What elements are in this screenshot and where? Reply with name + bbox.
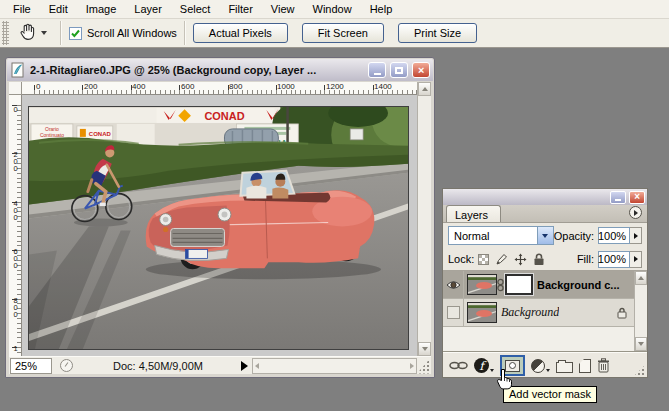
palette-minimize-button[interactable] [610,191,626,204]
menu-window[interactable]: Window [304,1,361,18]
lock-transparency-icon[interactable] [478,254,489,265]
link-layers-icon[interactable] [449,361,468,370]
visibility-empty-box[interactable] [447,306,460,319]
ruler-corner[interactable] [9,82,22,95]
tooltip-add-vector-mask: Add vector mask [503,386,597,403]
fill-slider-button[interactable] [630,251,642,268]
document-title: 2-1-Ritagliare0.JPG @ 25% (Background co… [30,64,364,76]
palette-resize-grip[interactable] [633,364,646,377]
vector-mask-thumbnail[interactable] [505,274,533,295]
blend-mode-select[interactable]: Normal [448,226,554,245]
minimize-button[interactable] [368,62,386,78]
opacity-slider-button[interactable] [630,227,642,244]
v-ruler-label: 200 [10,150,20,171]
horizontal-scrollbar[interactable] [252,358,417,374]
scroll-right-icon[interactable] [410,363,414,369]
menu-bar: File Edit Image Layer Select Filter View… [0,0,669,19]
zoom-level-field[interactable]: 25% [10,358,52,374]
scroll-all-windows-option[interactable]: Scroll All Windows [69,27,177,40]
photo-sign-conad-top: CONAD [204,110,244,122]
lock-label: Lock: [448,253,474,265]
tool-preset-arrow-icon[interactable] [41,31,47,35]
lock-all-padlock-icon[interactable] [533,253,545,266]
layers-scroll-down[interactable] [635,337,647,351]
visibility-cell[interactable] [443,299,464,326]
document-content: 0 200 400 600 800 1000 1200 1400 0 200 4… [9,82,431,356]
layer-style-button[interactable]: f [474,358,494,373]
window-resize-grip[interactable] [417,358,431,374]
layers-palette: × Layers Normal Opacity: 100% Lock: Fill… [442,188,648,378]
palette-tab-bar: Layers [443,205,647,223]
scroll-left-icon[interactable] [255,363,259,369]
layers-scrollbar[interactable] [634,271,647,351]
palette-titlebar[interactable]: × [443,189,647,205]
palette-close-button[interactable]: × [629,191,645,204]
tab-layers[interactable]: Layers [446,205,501,222]
photo-sign-conad-left: CONAD [89,131,112,137]
lock-position-move-icon[interactable] [514,253,527,266]
vertical-ruler[interactable]: 0 200 400 600 800 1 [9,95,22,356]
document-titlebar[interactable]: 2-1-Ritagliare0.JPG @ 25% (Background co… [7,59,433,81]
layers-scroll-up[interactable] [635,271,647,285]
opacity-label: Opacity: [554,230,594,242]
chevron-down-icon[interactable] [537,227,553,244]
v-ruler-label: 0 [10,105,20,112]
blend-mode-value: Normal [454,230,489,242]
photoshop-app: { "menubar": { "items": ["File", "Edit",… [0,0,669,411]
menu-filter[interactable]: Filter [219,1,261,18]
v-ruler-label: 400 [10,199,20,220]
mask-link-icon[interactable] [497,278,504,292]
photoshop-file-icon [10,62,26,78]
h-ruler-label: 0 [36,82,40,91]
delete-layer-trash-icon[interactable] [597,358,610,373]
options-separator-2 [184,21,186,45]
options-bar: Scroll All Windows Actual Pixels Fit Scr… [0,19,669,48]
layer-thumbnail[interactable] [467,302,497,323]
vertical-scrollbar[interactable] [417,82,431,356]
scroll-all-windows-checkbox[interactable] [69,27,82,40]
document-status-bar: 25% Doc: 4,50M/9,00M [9,356,431,374]
menu-edit[interactable]: Edit [40,1,77,18]
photo-image[interactable]: CONAD Orario Continuato 8.00 - 19.30 CO [28,106,409,350]
h-ruler-label: 1400 [374,82,392,91]
actual-pixels-button[interactable]: Actual Pixels [193,23,288,43]
layer-style-fx-icon: f [474,358,489,373]
lock-pixels-brush-icon[interactable] [495,253,508,266]
new-layer-button[interactable] [579,359,591,373]
layer-row-background-copy[interactable]: Background c... [443,271,647,299]
layer-thumbnail[interactable] [467,274,497,295]
print-size-button[interactable]: Print Size [398,23,477,43]
palette-bottom-bar: f [443,352,647,378]
menu-view[interactable]: View [262,1,304,18]
new-group-button[interactable] [556,362,573,373]
photo-sign-orario2: Continuato [40,132,64,138]
maximize-button[interactable] [390,62,408,78]
scroll-up-button[interactable] [418,82,431,96]
fill-field[interactable]: 100% [598,251,630,268]
close-button[interactable]: × [412,62,430,78]
menu-select[interactable]: Select [171,1,220,18]
menu-layer[interactable]: Layer [125,1,171,18]
horizontal-ruler[interactable]: 0 200 400 600 800 1000 1200 1400 [22,82,417,95]
document-size-info: Doc: 4,50M/9,00M [79,360,237,372]
layer-name: Background c... [537,279,620,291]
palette-menu-button[interactable] [629,206,642,219]
menu-help[interactable]: Help [361,1,402,18]
opacity-field[interactable]: 100% [598,227,630,244]
h-ruler-label: 1200 [326,82,344,91]
scroll-down-button[interactable] [418,342,431,356]
options-bar-grip[interactable] [2,21,9,45]
adjustment-layer-button[interactable] [531,359,550,373]
menu-file[interactable]: File [4,1,40,18]
visibility-cell[interactable] [443,271,464,298]
menu-image[interactable]: Image [77,1,126,18]
hand-tool-button[interactable] [12,20,53,47]
canvas-area[interactable]: CONAD Orario Continuato 8.00 - 19.30 CO [22,95,417,356]
h-ruler-label: 800 [229,82,242,91]
h-ruler-label: 200 [84,82,97,91]
layer-row-background[interactable]: Background [443,299,647,327]
document-window: 2-1-Ritagliare0.JPG @ 25% (Background co… [5,57,435,378]
status-options-arrow[interactable] [241,361,248,371]
blend-mode-row: Normal Opacity: 100% [443,223,647,248]
fit-screen-button[interactable]: Fit Screen [302,23,384,43]
